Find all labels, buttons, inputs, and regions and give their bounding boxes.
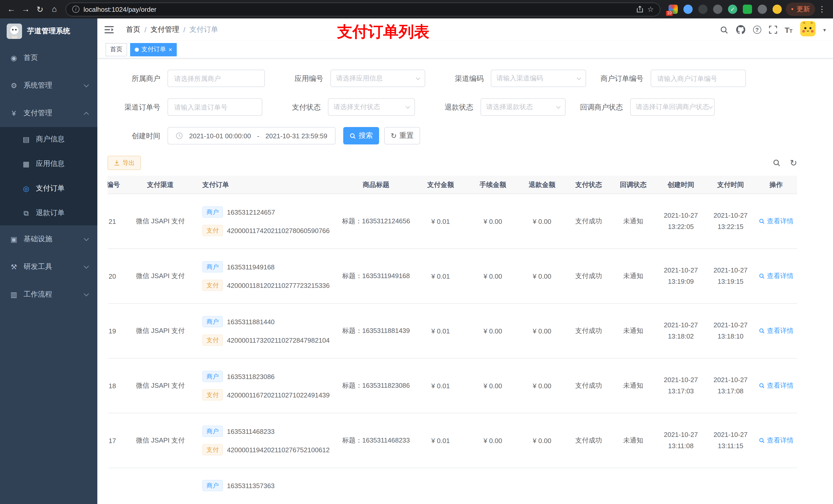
github-icon[interactable] <box>736 25 745 34</box>
pay-status-select[interactable]: 请选择支付状态 <box>328 98 415 116</box>
table-header-row: 编号 支付渠道 支付订单 商品标题 支付金额 手续金额 退款金额 支付状态 回调… <box>108 176 797 194</box>
sidebar-item-pay-order[interactable]: ◎ 支付订单 <box>0 176 97 201</box>
field-label: 渠道编码 <box>425 70 491 87</box>
vue-devtools-icon[interactable]: ✓ <box>728 5 737 14</box>
reset-button[interactable]: ↻ 重置 <box>384 127 420 144</box>
chevron-down-icon <box>577 75 581 80</box>
view-detail-link[interactable]: 查看详情 <box>759 381 793 390</box>
extension-icon[interactable]: 10 <box>669 5 678 14</box>
pay-order-table: 编号 支付渠道 支付订单 商品标题 支付金额 手续金额 退款金额 支付状态 回调… <box>108 176 797 504</box>
export-button[interactable]: 导出 <box>108 156 141 170</box>
search-button[interactable]: 搜索 <box>343 127 379 144</box>
tab-home[interactable]: 首页 <box>105 43 127 56</box>
cell-pay-time: 2021-10-27 13:11:15 <box>706 429 755 452</box>
extensions-puzzle-icon[interactable] <box>758 5 767 14</box>
view-detail-link[interactable]: 查看详情 <box>759 326 793 335</box>
browser-home-button[interactable]: ⌂ <box>47 2 62 16</box>
cell-title: 标题：1635311468233 <box>339 436 413 445</box>
address-bar[interactable]: i localhost:1024/pay/order ☆ <box>66 2 660 16</box>
extension-icon[interactable] <box>684 5 693 14</box>
bookmark-star-icon[interactable]: ☆ <box>647 5 654 13</box>
browser-menu-button[interactable]: ⋮ <box>815 5 829 14</box>
extension-icon[interactable] <box>713 5 722 14</box>
view-detail-link[interactable]: 查看详情 <box>759 217 793 226</box>
card-icon: ▤ <box>22 135 31 143</box>
merchant-order-no: 1635312124657 <box>227 208 275 216</box>
refund-status-select[interactable]: 请选择退款状态 <box>480 98 566 116</box>
font-size-icon[interactable]: TT <box>785 25 792 34</box>
channel-code-select[interactable]: 请输入渠道编码 <box>491 70 586 87</box>
tab-pay-order[interactable]: 支付订单 × <box>130 43 177 56</box>
chat-extension-icon[interactable] <box>743 5 752 14</box>
cell-create-time: 2021-10-27 13:19:09 <box>656 265 706 287</box>
app-no-select[interactable]: 请选择应用信息 <box>330 70 425 87</box>
sidebar-item-home[interactable]: ◉ 首页 <box>0 44 97 72</box>
page-annotation-title: 支付订单列表 <box>337 22 429 43</box>
sidebar-item-payment[interactable]: ¥ 支付管理 <box>0 99 97 127</box>
close-icon[interactable]: × <box>169 46 172 52</box>
sidebar-item-app-info[interactable]: ▦ 应用信息 <box>0 152 97 176</box>
browser-forward-button[interactable]: → <box>19 2 33 16</box>
user-avatar[interactable] <box>800 21 815 39</box>
table-row: 20 微信 JSAPI 支付 商户1635311949168 支付4200001… <box>108 249 797 304</box>
column-header-status: 支付状态 <box>567 180 611 189</box>
view-detail-link[interactable]: 查看详情 <box>759 271 793 281</box>
sidebar-item-dev-tools[interactable]: ⚒ 研发工具 <box>0 253 97 281</box>
avatar-caret-icon[interactable]: ▾ <box>823 27 826 32</box>
extension-icon[interactable] <box>698 5 708 14</box>
sidebar-item-workflow[interactable]: ▥ 工作流程 <box>0 281 97 308</box>
cell-fee: ¥ 0.00 <box>468 382 518 389</box>
help-icon[interactable]: ? <box>753 26 761 34</box>
chevron-down-icon <box>84 264 89 269</box>
field-label: 退款状态 <box>415 98 480 116</box>
view-detail-link[interactable]: 查看详情 <box>759 436 793 445</box>
tab-label: 支付订单 <box>141 45 166 54</box>
cell-pay-time: 2021-10-27 13:19:15 <box>706 265 755 287</box>
sidebar-item-infrastructure[interactable]: ▣ 基础设施 <box>0 225 97 253</box>
cell-channel: 微信 JSAPI 支付 <box>126 381 195 390</box>
browser-back-button[interactable]: ← <box>4 2 19 16</box>
forward-icon: → <box>22 5 30 14</box>
cell-pay-time: 2021-10-27 13:18:10 <box>706 320 755 342</box>
breadcrumb-home[interactable]: 首页 <box>126 25 140 34</box>
cell-title: 标题：1635311881439 <box>339 326 413 335</box>
chevron-up-icon <box>84 112 89 117</box>
cell-action: 查看详情 <box>755 326 797 335</box>
sidebar-item-merchant-info[interactable]: ▤ 商户信息 <box>0 127 97 152</box>
top-navbar: 首页 / 支付管理 / 支付订单 支付订单列表 ? <box>97 19 833 41</box>
extension-cluster: 10 ✓ <box>669 5 782 14</box>
merchant-order-no-input[interactable] <box>651 70 746 87</box>
refresh-table-icon[interactable]: ↻ <box>790 158 798 168</box>
create-time-range-picker[interactable]: 2021-10-01 00:00:00 - 2021-10-31 23:59:5… <box>168 127 336 144</box>
hamburger-icon[interactable] <box>104 26 114 33</box>
sidebar-item-system[interactable]: ⚙ 系统管理 <box>0 72 97 99</box>
filter-row-1: 所属商户 应用编号 请选择应用信息 渠道编码 请输入渠道编码 商户订单编号 <box>108 70 797 87</box>
cell-pay-time: 2021-10-27 13:17:08 <box>706 375 755 397</box>
cell-order: 商户1635311823086 支付4200001167202110271022… <box>195 359 339 413</box>
main-content: 首页 / 支付管理 / 支付订单 支付订单列表 ? <box>97 19 833 504</box>
share-icon[interactable] <box>636 6 643 13</box>
breadcrumb-payment[interactable]: 支付管理 <box>151 25 179 34</box>
browser-profile-avatar[interactable] <box>772 5 782 14</box>
merchant-tag: 商户 <box>203 371 223 382</box>
channel-order-no-input[interactable] <box>168 98 262 116</box>
sidebar-item-label: 首页 <box>24 53 38 63</box>
sidebar-item-refund-order[interactable]: ⧉ 退款订单 <box>0 201 97 225</box>
search-icon[interactable] <box>719 25 728 34</box>
site-info-icon[interactable]: i <box>72 6 79 13</box>
column-header-refund: 退款金额 <box>518 180 567 189</box>
date-range-end: 2021-10-31 23:59:59 <box>265 132 327 140</box>
fullscreen-icon[interactable] <box>769 26 777 34</box>
select-placeholder: 请选择退款状态 <box>486 102 533 112</box>
merchant-input[interactable] <box>168 70 265 87</box>
sidebar-item-label: 研发工具 <box>24 262 52 271</box>
box-icon: ▥ <box>9 290 19 298</box>
browser-update-button[interactable]: ● 更新 <box>786 3 815 16</box>
field-label: 创建时间 <box>108 127 168 144</box>
browser-reload-button[interactable]: ↻ <box>33 2 47 16</box>
pay-tag: 支付 <box>203 389 223 401</box>
notify-status-select[interactable]: 请选择订单回调商户状态 <box>630 98 715 116</box>
toggle-search-icon[interactable] <box>772 159 781 167</box>
cell-create-time: 2021-10-27 13:22:05 <box>656 210 706 233</box>
reload-icon: ↻ <box>37 4 44 14</box>
